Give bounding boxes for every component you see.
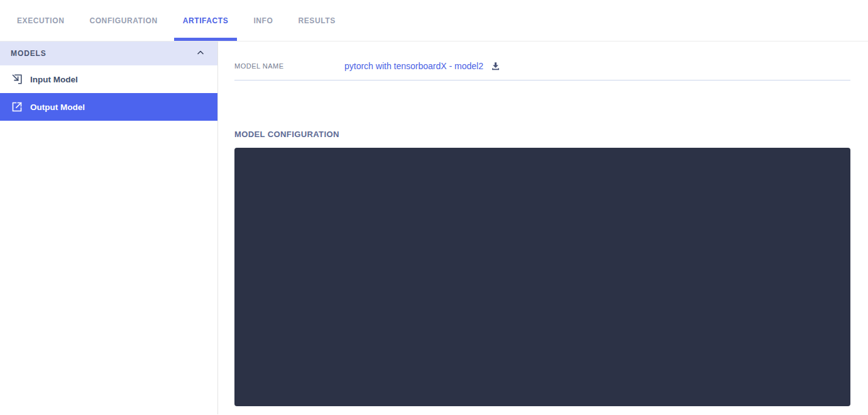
tab-bar: EXECUTION CONFIGURATION ARTIFACTS INFO R… xyxy=(0,0,868,42)
model-name-label: MODEL NAME xyxy=(234,62,344,70)
sidebar-item-input-model[interactable]: Input Model xyxy=(0,65,217,93)
tab-execution[interactable]: EXECUTION xyxy=(8,0,73,41)
models-section-header[interactable]: MODELS xyxy=(0,42,217,65)
sidebar-item-output-model[interactable]: Output Model xyxy=(0,93,217,121)
model-configuration-editor xyxy=(234,148,850,406)
tab-results[interactable]: RESULTS xyxy=(289,0,344,41)
chevron-up-icon[interactable] xyxy=(195,48,206,59)
artifacts-sidebar: MODELS Input Model xyxy=(0,42,218,414)
tab-artifacts[interactable]: ARTIFACTS xyxy=(174,0,238,41)
sidebar-item-label: Input Model xyxy=(30,75,78,84)
tab-info[interactable]: INFO xyxy=(244,0,282,41)
models-section-label: MODELS xyxy=(11,49,47,58)
artifacts-content: MODELS Input Model xyxy=(0,42,868,414)
model-configuration-title: MODEL CONFIGURATION xyxy=(234,130,850,139)
input-model-icon xyxy=(11,73,23,86)
model-name-row: MODEL NAME pytorch with tensorboardX - m… xyxy=(234,60,850,80)
output-model-icon xyxy=(11,101,23,113)
model-detail-panel: MODEL NAME pytorch with tensorboardX - m… xyxy=(218,42,868,414)
model-name-link[interactable]: pytorch with tensorboardX - model2 xyxy=(344,61,483,71)
tab-configuration[interactable]: CONFIGURATION xyxy=(80,0,166,41)
sidebar-item-label: Output Model xyxy=(30,102,85,112)
download-icon[interactable] xyxy=(489,60,502,72)
